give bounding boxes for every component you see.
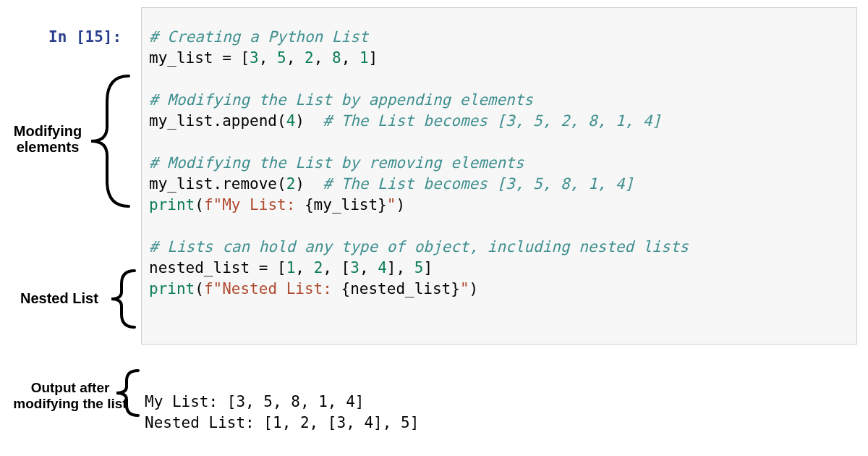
brace-icon [109, 268, 140, 330]
code-number: 2 [305, 49, 314, 67]
code-comment: # Modifying the List by removing element… [149, 154, 524, 172]
code-text: , [314, 49, 332, 67]
code-comment: # Creating a Python List [149, 28, 368, 46]
code-text: , [ [323, 259, 350, 276]
code-string: f"My List: [204, 196, 305, 214]
code-number: 4 [378, 259, 387, 276]
code-number: 1 [286, 259, 296, 276]
output-line: My List: [3, 5, 8, 1, 4] [145, 393, 364, 410]
code-string: " [460, 280, 469, 297]
code-text: ( [195, 196, 204, 214]
code-string: " [387, 196, 396, 214]
code-string: f"Nested List: [204, 280, 341, 297]
code-text: , [286, 49, 305, 67]
code-number: 2 [286, 175, 296, 193]
code-text: , [295, 259, 313, 276]
code-comment: # The List becomes [3, 5, 2, 8, 1, 4] [323, 112, 661, 130]
code-number: 8 [332, 49, 341, 67]
code-number: 3 [250, 49, 259, 67]
annotation-modifying-elements: Modifying elements [12, 123, 84, 155]
code-number: 5 [277, 49, 286, 67]
code-builtin: print [149, 196, 195, 214]
code-text: , [341, 49, 359, 67]
code-number: 3 [350, 259, 359, 276]
code-text: ] [369, 49, 378, 67]
code-number: 2 [314, 259, 323, 276]
code-text: ) [469, 280, 479, 297]
code-text: [ [231, 49, 250, 67]
code-text: = [259, 259, 268, 276]
code-text: my_list [149, 49, 222, 67]
code-text: = [222, 49, 231, 67]
code-comment: # Modifying the List by appending elemen… [149, 91, 533, 109]
code-text: , [259, 49, 277, 67]
code-block[interactable]: # Creating a Python List my_list = [3, 5… [149, 27, 849, 300]
output-block: My List: [3, 5, 8, 1, 4] Nested List: [1… [145, 392, 419, 434]
code-comment: # The List becomes [3, 5, 8, 1, 4] [323, 175, 634, 193]
output-line: Nested List: [1, 2, [3, 4], 5] [145, 414, 419, 431]
brace-icon [114, 368, 144, 418]
code-text: my_list.append( [149, 112, 286, 130]
code-text: nested_list [149, 259, 259, 276]
code-number: 5 [414, 259, 424, 276]
code-text: [ [268, 259, 286, 276]
annotation-nested-list: Nested List [20, 290, 98, 307]
code-text: ( [195, 280, 204, 297]
brace-icon [85, 72, 137, 210]
input-cell[interactable]: # Creating a Python List my_list = [3, 5… [141, 7, 857, 345]
code-text: ], [387, 259, 414, 276]
code-text: ] [423, 259, 433, 276]
code-comment: # Lists can hold any type of object, inc… [149, 238, 689, 256]
code-number: 1 [359, 49, 369, 67]
code-text: {my_list} [305, 196, 387, 214]
code-text: ) [295, 175, 323, 193]
input-prompt: In [15]: [48, 27, 122, 48]
code-number: 4 [286, 112, 296, 130]
code-text: {nested_list} [341, 280, 460, 297]
code-builtin: print [149, 280, 195, 297]
code-text: my_list.remove( [149, 175, 286, 193]
code-text: ) [295, 112, 323, 130]
code-text: ) [396, 196, 405, 214]
code-text: , [359, 259, 378, 276]
